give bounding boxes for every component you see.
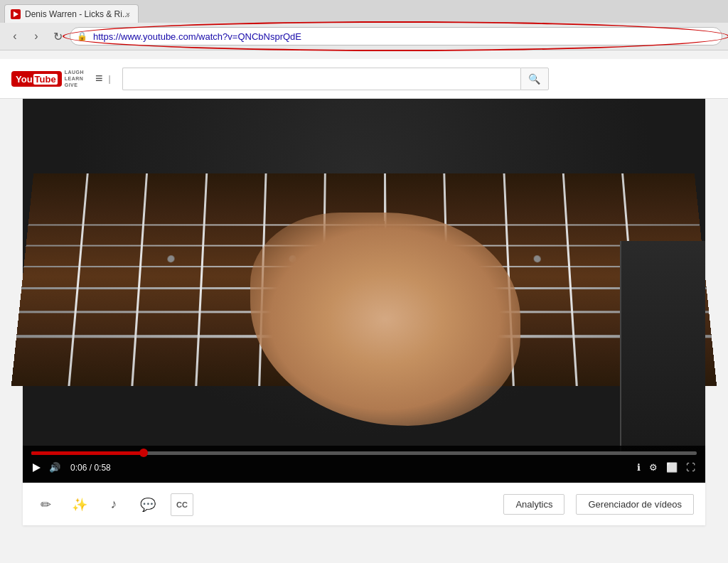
back-button[interactable]: ‹ xyxy=(6,27,24,45)
pencil-icon: ✏ xyxy=(41,497,51,513)
fret-2 xyxy=(131,173,148,386)
search-input[interactable] xyxy=(122,68,520,90)
video-manager-button[interactable]: Gerenciador de vídeos xyxy=(576,494,694,515)
progress-fill xyxy=(31,451,144,455)
video-thumbnail xyxy=(23,99,705,483)
address-input[interactable] xyxy=(70,27,722,45)
settings-button[interactable]: ⚙ xyxy=(648,461,659,474)
progress-bar[interactable] xyxy=(31,451,697,455)
info-icon: ℹ xyxy=(637,462,641,473)
fret-3 xyxy=(195,173,208,386)
forward-button[interactable]: › xyxy=(27,27,46,45)
volume-button[interactable]: 🔊 xyxy=(48,461,62,474)
play-button[interactable] xyxy=(31,462,42,473)
address-container: 🔒 xyxy=(70,27,722,45)
magic-tool[interactable]: ✨ xyxy=(68,493,91,516)
tab-title: Denis Warren - Licks & Ri... xyxy=(25,9,129,19)
settings-icon: ⚙ xyxy=(649,462,658,473)
separator: | xyxy=(109,74,111,84)
content-area: YouTube LAUGH LEARN GIVE ≡ | 🔍 xyxy=(0,50,728,534)
progress-thumb xyxy=(139,449,148,457)
video-controls: 🔊 0:06 / 0:58 ℹ xyxy=(23,446,705,483)
address-bar-row: ‹ › ↻ 🔒 xyxy=(0,23,728,50)
youtube-header: YouTube LAUGH LEARN GIVE ≡ | 🔍 xyxy=(0,59,728,99)
hamburger-menu-icon[interactable]: ≡ xyxy=(95,71,103,86)
fret-9 xyxy=(562,173,578,386)
video-player[interactable]: 🔊 0:06 / 0:58 ℹ xyxy=(23,99,705,483)
video-wrapper: 🔊 0:06 / 0:58 ℹ xyxy=(23,99,705,525)
theater-icon: ⬜ xyxy=(666,462,678,473)
youtube-logo[interactable]: YouTube LAUGH LEARN GIVE xyxy=(11,69,84,88)
music-tool[interactable]: ♪ xyxy=(102,493,125,516)
cc-tool[interactable]: CC xyxy=(171,493,193,516)
music-icon: ♪ xyxy=(111,497,117,512)
theater-button[interactable]: ⬜ xyxy=(665,461,679,474)
fret-dot-4 xyxy=(533,255,540,262)
volume-icon: 🔊 xyxy=(49,462,60,473)
favicon-play-icon xyxy=(14,11,18,17)
guitar-amp xyxy=(620,241,705,454)
comment-tool[interactable]: 💬 xyxy=(136,493,159,516)
controls-row: 🔊 0:06 / 0:58 ℹ xyxy=(31,461,697,474)
browser-chrome: Denis Warren - Licks & Ri... × ‹ › ↻ 🔒 xyxy=(0,0,728,50)
fret-1 xyxy=(68,173,88,386)
search-bar: 🔍 xyxy=(122,68,549,90)
info-button[interactable]: ℹ xyxy=(636,461,642,474)
browser-tab[interactable]: Denis Warren - Licks & Ri... × xyxy=(4,4,139,23)
search-icon: 🔍 xyxy=(528,73,540,85)
comment-icon: 💬 xyxy=(140,497,156,513)
tab-bar: Denis Warren - Licks & Ri... × xyxy=(0,0,728,23)
youtube-logo-icon: YouTube xyxy=(11,71,62,87)
fullscreen-icon: ⛶ xyxy=(686,462,695,473)
reload-button[interactable]: ↻ xyxy=(48,27,67,45)
tab-close-button[interactable]: × xyxy=(122,9,134,20)
bottom-toolbar: ✏ ✨ ♪ 💬 CC Analytics Gerenciador de víde… xyxy=(23,483,705,525)
youtube-logo-subtext: LAUGH LEARN GIVE xyxy=(65,69,84,88)
cc-icon: CC xyxy=(176,500,188,509)
time-display: 0:06 / 0:58 xyxy=(70,463,111,473)
search-button[interactable]: 🔍 xyxy=(520,68,549,90)
fret-dot-1 xyxy=(167,255,175,262)
tab-favicon xyxy=(11,9,21,19)
play-icon xyxy=(33,463,41,472)
analytics-button[interactable]: Analytics xyxy=(503,494,564,515)
ssl-icon: 🔒 xyxy=(77,31,87,41)
magic-icon: ✨ xyxy=(72,497,87,513)
fullscreen-button[interactable]: ⛶ xyxy=(685,461,697,474)
pencil-tool[interactable]: ✏ xyxy=(34,493,57,516)
right-controls: ℹ ⚙ ⬜ ⛶ xyxy=(636,461,697,474)
page-wrapper: Denis Warren - Licks & Ri... × ‹ › ↻ 🔒 xyxy=(0,0,728,563)
